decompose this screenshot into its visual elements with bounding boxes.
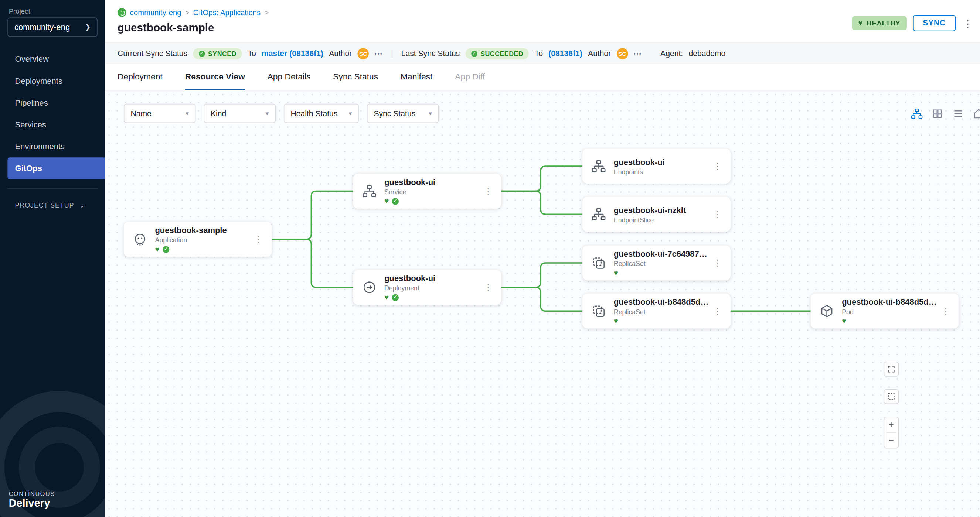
node-kind: Service [384,188,435,195]
brand-logo: CONTINUOUS Delivery [9,490,55,510]
chevron-down-icon: ⌄ [79,201,85,209]
resource-tree-canvas[interactable]: Name ▾ Kind ▾ Health Status ▾ Sync Statu… [105,90,980,517]
tab-resource-view[interactable]: Resource View [185,64,245,90]
sidebar-item-environments[interactable]: Environments [0,136,105,157]
node-menu-button[interactable]: ⋮ [480,280,496,295]
breadcrumb-separator: > [264,8,269,17]
sidebar-item-gitops[interactable]: GitOps [7,157,105,179]
health-badge-label: HEALTHY [867,19,900,27]
node-title: guestbook-ui [614,157,665,166]
filter-kind-select[interactable]: Kind ▾ [204,104,275,123]
tab-manifest[interactable]: Manifest [401,64,432,90]
deployment-icon [361,280,378,295]
filter-sync-status-label: Sync Status [374,109,415,118]
resource-node-endpoints[interactable]: guestbook-ui Endpoints ⋮ [582,149,730,184]
tab-sync-status[interactable]: Sync Status [333,64,378,90]
resource-node-application[interactable]: guestbook-sample Application ♥ ✓ ⋮ [124,222,272,257]
breadcrumb-project-link[interactable]: community-eng [130,8,181,17]
sidebar-item-overview[interactable]: Overview [0,48,105,70]
chevron-down-icon: ▾ [266,110,269,117]
filter-name-select[interactable]: Name ▾ [124,104,196,123]
project-setup-toggle[interactable]: PROJECT SETUP ⌄ [0,197,105,213]
gitops-agent-icon [118,8,126,17]
node-kind: ReplicaSet [614,308,710,316]
to-label: To [535,49,543,58]
zoom-controls [883,417,899,448]
health-status-badge: ♥ HEALTHY [852,16,907,30]
health-heart-icon: ♥ [384,197,389,205]
app-window: Project community-eng ❯ Overview Deploym… [0,0,980,517]
node-menu-button[interactable]: ⋮ [937,304,954,319]
health-heart-icon: ♥ [614,317,618,325]
breadcrumb-applications-link[interactable]: GitOps: Applications [193,8,261,17]
node-menu-button[interactable]: ⋮ [710,304,726,319]
tab-deployment[interactable]: Deployment [118,64,162,90]
more-options-icon[interactable]: ••• [374,50,383,57]
sync-check-icon: ✓ [471,50,477,57]
pod-icon [818,304,835,319]
filter-name-label: Name [130,109,151,118]
node-title: guestbook-ui-b848d5d9... [842,297,937,306]
last-sync-target[interactable]: (08136f1) [548,49,582,58]
author-avatar: SC [358,48,369,59]
node-menu-button[interactable]: ⋮ [710,159,726,174]
sync-check-icon: ✓ [199,50,205,57]
filter-kind-label: Kind [211,109,226,118]
chevron-down-icon: ▾ [349,110,352,117]
zoom-in-icon[interactable] [884,417,898,433]
project-selector[interactable]: community-eng ❯ [7,17,97,36]
chevron-down-icon: ▾ [429,110,432,117]
node-menu-button[interactable]: ⋮ [710,255,726,271]
view-toggle-group [909,106,980,122]
service-icon [361,184,378,199]
project-setup-label: PROJECT SETUP [15,201,74,209]
sidebar-item-services[interactable]: Services [0,114,105,136]
resource-node-service[interactable]: guestbook-ui Service ♥ ✓ ⋮ [353,174,501,209]
resource-node-pod[interactable]: guestbook-ui-b848d5d9... Pod ♥ ⋮ [811,293,959,329]
health-heart-icon: ♥ [155,246,159,253]
node-kind: EndpointSlice [614,216,686,223]
current-sync-target[interactable]: master (08136f1) [262,49,323,58]
endpointslice-icon [590,207,608,222]
resource-node-deployment[interactable]: guestbook-ui Deployment ♥ ✓ ⋮ [353,270,501,305]
page-title: guestbook-sample [118,21,214,35]
endpoints-icon [590,159,608,174]
node-kind: Deployment [384,284,435,292]
node-menu-button[interactable]: ⋮ [251,232,267,247]
agent-value: debademo [689,49,725,58]
breadcrumb: community-eng > GitOps: Applications > [118,8,269,17]
sidebar: Project community-eng ❯ Overview Deploym… [0,0,105,517]
breadcrumb-separator: > [185,8,189,17]
tree-view-icon[interactable] [909,106,924,122]
sync-button[interactable]: SYNC [913,15,956,32]
box-select-icon[interactable] [883,389,899,404]
tab-app-diff[interactable]: App Diff [455,64,485,90]
resource-node-endpointslice[interactable]: guestbook-ui-nzklt EndpointSlice ⋮ [582,197,730,232]
filter-health-status-select[interactable]: Health Status ▾ [284,104,359,123]
list-view-icon[interactable] [950,106,966,122]
resource-node-replicaset-1[interactable]: guestbook-ui-7c64987dc9 ReplicaSet ♥ ⋮ [582,246,730,281]
project-label: Project [9,7,105,15]
grid-view-icon[interactable] [930,106,945,122]
fullscreen-icon[interactable] [883,362,899,377]
resource-node-replicaset-2[interactable]: guestbook-ui-b848d5d9d ReplicaSet ♥ ⋮ [582,293,730,329]
page-header: community-eng > GitOps: Applications > g… [105,0,980,43]
reset-view-icon[interactable] [971,106,980,122]
last-sync-value: SUCCEEDED [480,49,523,57]
agent-label: Agent: [660,49,683,58]
node-menu-button[interactable]: ⋮ [710,207,726,222]
health-heart-icon: ♥ [858,19,863,27]
kebab-menu-icon[interactable]: ⋮ [962,17,974,29]
node-kind: Application [155,236,226,243]
sidebar-item-deployments[interactable]: Deployments [0,70,105,92]
node-menu-button[interactable]: ⋮ [480,184,496,199]
sync-check-icon: ✓ [162,246,170,253]
zoom-out-icon[interactable] [884,433,898,448]
filter-sync-status-select[interactable]: Sync Status ▾ [367,104,439,123]
more-options-icon[interactable]: ••• [633,50,642,57]
replicaset-icon [590,304,608,319]
sidebar-item-pipelines[interactable]: Pipelines [0,92,105,114]
sidebar-divider [7,188,97,189]
tab-app-details[interactable]: App Details [267,64,311,90]
node-title: guestbook-sample [155,226,226,235]
